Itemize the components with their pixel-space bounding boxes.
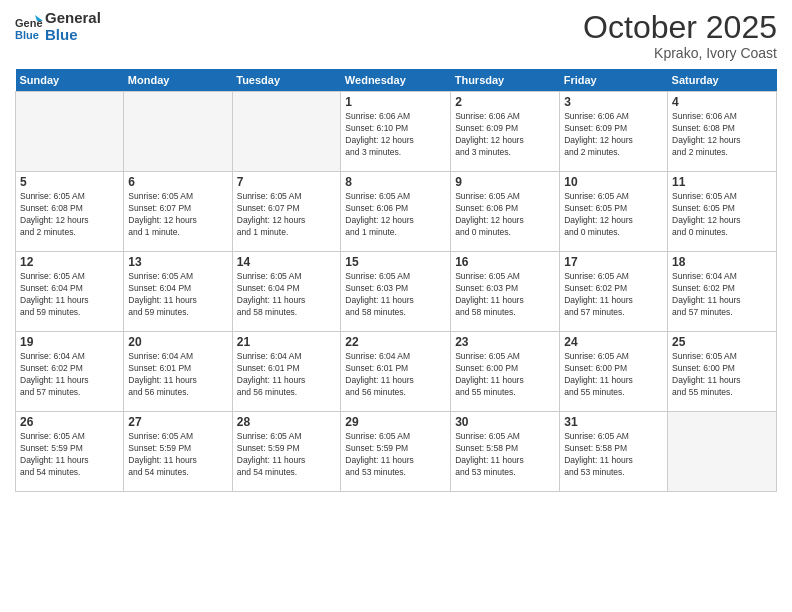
day-info-7: Sunrise: 6:05 AM Sunset: 6:07 PM Dayligh… [237,191,337,239]
calendar-cell-w1-d5: 2Sunrise: 6:06 AM Sunset: 6:09 PM Daylig… [451,92,560,172]
day-info-12: Sunrise: 6:05 AM Sunset: 6:04 PM Dayligh… [20,271,119,319]
day-info-20: Sunrise: 6:04 AM Sunset: 6:01 PM Dayligh… [128,351,227,399]
day-info-11: Sunrise: 6:05 AM Sunset: 6:05 PM Dayligh… [672,191,772,239]
day-info-28: Sunrise: 6:05 AM Sunset: 5:59 PM Dayligh… [237,431,337,479]
day-info-2: Sunrise: 6:06 AM Sunset: 6:09 PM Dayligh… [455,111,555,159]
calendar-cell-w4-d1: 19Sunrise: 6:04 AM Sunset: 6:02 PM Dayli… [16,332,124,412]
calendar-cell-w2-d3: 7Sunrise: 6:05 AM Sunset: 6:07 PM Daylig… [232,172,341,252]
header-tuesday: Tuesday [232,69,341,92]
day-number-20: 20 [128,335,227,349]
calendar-cell-w5-d1: 26Sunrise: 6:05 AM Sunset: 5:59 PM Dayli… [16,412,124,492]
svg-text:Blue: Blue [15,29,39,41]
day-number-14: 14 [237,255,337,269]
day-number-16: 16 [455,255,555,269]
title-block: October 2025 Kprako, Ivory Coast [583,10,777,61]
page: General Blue General Blue October 2025 K… [0,0,792,612]
day-number-1: 1 [345,95,446,109]
calendar-cell-w4-d2: 20Sunrise: 6:04 AM Sunset: 6:01 PM Dayli… [124,332,232,412]
calendar-cell-w2-d4: 8Sunrise: 6:05 AM Sunset: 6:06 PM Daylig… [341,172,451,252]
day-number-12: 12 [20,255,119,269]
day-number-6: 6 [128,175,227,189]
day-number-27: 27 [128,415,227,429]
logo-line1: General [45,10,101,27]
day-number-15: 15 [345,255,446,269]
calendar-header-row: Sunday Monday Tuesday Wednesday Thursday… [16,69,777,92]
calendar-cell-w2-d1: 5Sunrise: 6:05 AM Sunset: 6:08 PM Daylig… [16,172,124,252]
calendar-cell-w2-d6: 10Sunrise: 6:05 AM Sunset: 6:05 PM Dayli… [560,172,668,252]
day-number-2: 2 [455,95,555,109]
day-info-25: Sunrise: 6:05 AM Sunset: 6:00 PM Dayligh… [672,351,772,399]
day-number-30: 30 [455,415,555,429]
calendar-table: Sunday Monday Tuesday Wednesday Thursday… [15,69,777,492]
day-number-21: 21 [237,335,337,349]
location: Kprako, Ivory Coast [583,45,777,61]
calendar-cell-w5-d5: 30Sunrise: 6:05 AM Sunset: 5:58 PM Dayli… [451,412,560,492]
calendar-cell-w5-d6: 31Sunrise: 6:05 AM Sunset: 5:58 PM Dayli… [560,412,668,492]
week-row-5: 26Sunrise: 6:05 AM Sunset: 5:59 PM Dayli… [16,412,777,492]
calendar-cell-w1-d3 [232,92,341,172]
day-info-27: Sunrise: 6:05 AM Sunset: 5:59 PM Dayligh… [128,431,227,479]
calendar-cell-w5-d7 [668,412,777,492]
week-row-3: 12Sunrise: 6:05 AM Sunset: 6:04 PM Dayli… [16,252,777,332]
day-info-5: Sunrise: 6:05 AM Sunset: 6:08 PM Dayligh… [20,191,119,239]
calendar-cell-w2-d5: 9Sunrise: 6:05 AM Sunset: 6:06 PM Daylig… [451,172,560,252]
header-monday: Monday [124,69,232,92]
calendar-cell-w3-d1: 12Sunrise: 6:05 AM Sunset: 6:04 PM Dayli… [16,252,124,332]
day-info-1: Sunrise: 6:06 AM Sunset: 6:10 PM Dayligh… [345,111,446,159]
calendar-cell-w4-d6: 24Sunrise: 6:05 AM Sunset: 6:00 PM Dayli… [560,332,668,412]
calendar-cell-w2-d7: 11Sunrise: 6:05 AM Sunset: 6:05 PM Dayli… [668,172,777,252]
day-number-25: 25 [672,335,772,349]
day-number-19: 19 [20,335,119,349]
day-info-15: Sunrise: 6:05 AM Sunset: 6:03 PM Dayligh… [345,271,446,319]
week-row-1: 1Sunrise: 6:06 AM Sunset: 6:10 PM Daylig… [16,92,777,172]
day-info-9: Sunrise: 6:05 AM Sunset: 6:06 PM Dayligh… [455,191,555,239]
day-info-29: Sunrise: 6:05 AM Sunset: 5:59 PM Dayligh… [345,431,446,479]
calendar-cell-w4-d3: 21Sunrise: 6:04 AM Sunset: 6:01 PM Dayli… [232,332,341,412]
calendar-cell-w3-d6: 17Sunrise: 6:05 AM Sunset: 6:02 PM Dayli… [560,252,668,332]
day-number-31: 31 [564,415,663,429]
calendar-cell-w3-d4: 15Sunrise: 6:05 AM Sunset: 6:03 PM Dayli… [341,252,451,332]
month-title: October 2025 [583,10,777,45]
day-number-10: 10 [564,175,663,189]
calendar-cell-w1-d7: 4Sunrise: 6:06 AM Sunset: 6:08 PM Daylig… [668,92,777,172]
day-number-22: 22 [345,335,446,349]
day-number-26: 26 [20,415,119,429]
day-info-17: Sunrise: 6:05 AM Sunset: 6:02 PM Dayligh… [564,271,663,319]
day-info-19: Sunrise: 6:04 AM Sunset: 6:02 PM Dayligh… [20,351,119,399]
day-number-18: 18 [672,255,772,269]
header-wednesday: Wednesday [341,69,451,92]
day-info-10: Sunrise: 6:05 AM Sunset: 6:05 PM Dayligh… [564,191,663,239]
day-info-30: Sunrise: 6:05 AM Sunset: 5:58 PM Dayligh… [455,431,555,479]
calendar-cell-w5-d4: 29Sunrise: 6:05 AM Sunset: 5:59 PM Dayli… [341,412,451,492]
day-info-23: Sunrise: 6:05 AM Sunset: 6:00 PM Dayligh… [455,351,555,399]
day-info-16: Sunrise: 6:05 AM Sunset: 6:03 PM Dayligh… [455,271,555,319]
day-info-21: Sunrise: 6:04 AM Sunset: 6:01 PM Dayligh… [237,351,337,399]
header-thursday: Thursday [451,69,560,92]
day-info-13: Sunrise: 6:05 AM Sunset: 6:04 PM Dayligh… [128,271,227,319]
day-number-8: 8 [345,175,446,189]
calendar-cell-w3-d7: 18Sunrise: 6:04 AM Sunset: 6:02 PM Dayli… [668,252,777,332]
day-number-17: 17 [564,255,663,269]
header-friday: Friday [560,69,668,92]
day-info-3: Sunrise: 6:06 AM Sunset: 6:09 PM Dayligh… [564,111,663,159]
day-info-18: Sunrise: 6:04 AM Sunset: 6:02 PM Dayligh… [672,271,772,319]
day-info-6: Sunrise: 6:05 AM Sunset: 6:07 PM Dayligh… [128,191,227,239]
week-row-2: 5Sunrise: 6:05 AM Sunset: 6:08 PM Daylig… [16,172,777,252]
logo-icon: General Blue [15,13,43,41]
calendar-cell-w3-d5: 16Sunrise: 6:05 AM Sunset: 6:03 PM Dayli… [451,252,560,332]
week-row-4: 19Sunrise: 6:04 AM Sunset: 6:02 PM Dayli… [16,332,777,412]
calendar-cell-w5-d3: 28Sunrise: 6:05 AM Sunset: 5:59 PM Dayli… [232,412,341,492]
calendar-cell-w5-d2: 27Sunrise: 6:05 AM Sunset: 5:59 PM Dayli… [124,412,232,492]
calendar-cell-w1-d2 [124,92,232,172]
calendar-cell-w2-d2: 6Sunrise: 6:05 AM Sunset: 6:07 PM Daylig… [124,172,232,252]
day-info-22: Sunrise: 6:04 AM Sunset: 6:01 PM Dayligh… [345,351,446,399]
calendar-cell-w1-d1 [16,92,124,172]
day-number-7: 7 [237,175,337,189]
logo: General Blue General Blue [15,10,101,43]
day-info-4: Sunrise: 6:06 AM Sunset: 6:08 PM Dayligh… [672,111,772,159]
day-number-28: 28 [237,415,337,429]
header: General Blue General Blue October 2025 K… [15,10,777,61]
calendar-cell-w4-d5: 23Sunrise: 6:05 AM Sunset: 6:00 PM Dayli… [451,332,560,412]
day-number-29: 29 [345,415,446,429]
day-number-5: 5 [20,175,119,189]
